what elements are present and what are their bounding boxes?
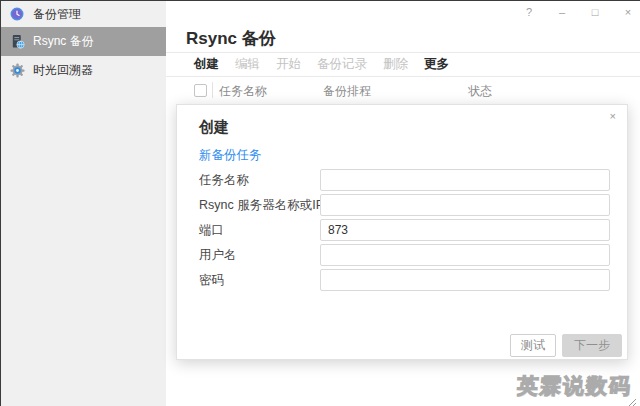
create-dialog: × 创建 新备份任务 任务名称 Rsync 服务器名称或IP 端口 用户名 密码…	[176, 104, 628, 360]
dialog-close-icon[interactable]: ×	[610, 110, 616, 122]
select-all-checkbox[interactable]	[194, 84, 207, 97]
username-label: 用户名	[199, 244, 237, 266]
sidebar-item-backup-management[interactable]: 备份管理	[1, 1, 166, 27]
delete-button[interactable]: 删除	[383, 56, 408, 73]
toolbar: 创建 编辑 开始 备份记录 删除 更多	[166, 52, 640, 77]
minimize-icon[interactable]: –	[555, 5, 569, 19]
dialog-title: 创建	[199, 118, 229, 137]
task-name-label: 任务名称	[199, 169, 249, 191]
start-button[interactable]: 开始	[276, 56, 301, 73]
app-window: 备份管理 Rsync 备份	[0, 0, 640, 406]
sidebar-item-label: Rsync 备份	[33, 33, 94, 50]
sidebar-item-time-machine[interactable]: 时光回溯器	[1, 56, 166, 84]
page-title: Rsync 备份	[186, 27, 276, 50]
column-task-name: 任务名称	[219, 83, 267, 100]
maximize-icon[interactable]: □	[588, 5, 602, 19]
close-icon[interactable]: ×	[621, 5, 635, 19]
username-input[interactable]	[320, 244, 610, 266]
port-input[interactable]	[320, 219, 610, 241]
test-button[interactable]: 测试	[510, 334, 556, 357]
column-backup-schedule: 备份排程	[323, 83, 371, 100]
rsync-server-input[interactable]	[320, 194, 610, 216]
gear-icon	[10, 63, 25, 78]
clock-icon	[10, 7, 25, 22]
port-label: 端口	[199, 219, 224, 241]
table-header: 任务名称 备份排程 状态	[166, 77, 640, 103]
column-separator	[212, 82, 213, 98]
help-icon[interactable]: ?	[522, 5, 536, 19]
window-controls: ? – □ ×	[522, 5, 635, 19]
password-input[interactable]	[320, 269, 610, 291]
resize-handle[interactable]	[627, 394, 637, 404]
rsync-server-label: Rsync 服务器名称或IP	[199, 194, 324, 216]
column-status: 状态	[468, 83, 492, 100]
dialog-footer: 测试 下一步	[510, 334, 622, 357]
sidebar: 备份管理 Rsync 备份	[1, 1, 166, 406]
more-button[interactable]: 更多	[424, 56, 449, 73]
new-backup-task-link[interactable]: 新备份任务	[199, 147, 262, 164]
create-button[interactable]: 创建	[194, 56, 219, 73]
next-button[interactable]: 下一步	[562, 334, 622, 357]
task-name-input[interactable]	[320, 169, 610, 191]
edit-button[interactable]: 编辑	[235, 56, 260, 73]
backup-records-button[interactable]: 备份记录	[317, 56, 367, 73]
sidebar-item-label: 备份管理	[33, 6, 81, 23]
sidebar-item-rsync-backup[interactable]: Rsync 备份	[1, 27, 166, 56]
server-icon	[10, 34, 25, 49]
sidebar-item-label: 时光回溯器	[33, 62, 93, 79]
password-label: 密码	[199, 269, 224, 291]
